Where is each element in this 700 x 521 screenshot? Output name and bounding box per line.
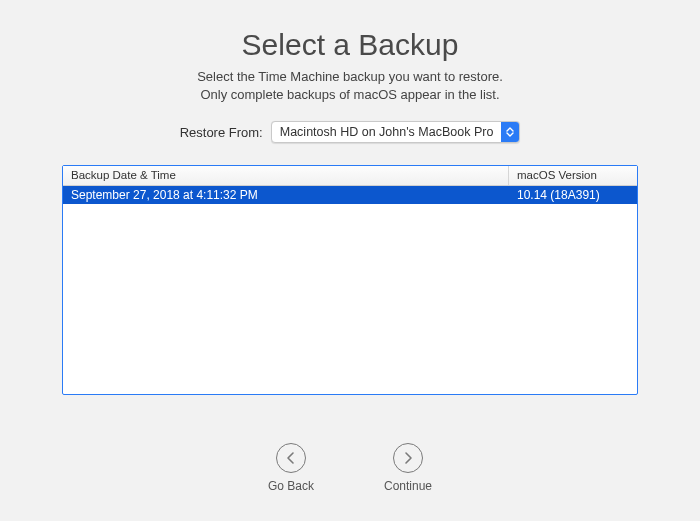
subtitle-line-2: Only complete backups of macOS appear in…	[197, 86, 503, 104]
list-body: September 27, 2018 at 4:11:32 PM 10.14 (…	[63, 186, 637, 394]
restore-from-row: Restore From: Macintosh HD on John's Mac…	[180, 121, 521, 143]
subtitle-line-1: Select the Time Machine backup you want …	[197, 68, 503, 86]
arrow-left-icon	[276, 443, 306, 473]
restore-from-value: Macintosh HD on John's MacBook Pro	[272, 125, 502, 139]
column-header-version[interactable]: macOS Version	[509, 166, 637, 185]
table-row[interactable]: September 27, 2018 at 4:11:32 PM 10.14 (…	[63, 186, 637, 204]
go-back-label: Go Back	[268, 479, 314, 493]
continue-label: Continue	[384, 479, 432, 493]
go-back-button[interactable]: Go Back	[268, 443, 314, 493]
list-header: Backup Date & Time macOS Version	[63, 166, 637, 186]
column-header-date[interactable]: Backup Date & Time	[63, 166, 509, 185]
footer-buttons: Go Back Continue	[268, 443, 432, 493]
stepper-arrows-icon	[501, 121, 519, 143]
backup-list: Backup Date & Time macOS Version Septemb…	[62, 165, 638, 395]
restore-from-label: Restore From:	[180, 125, 263, 140]
page-title: Select a Backup	[242, 28, 459, 62]
cell-date: September 27, 2018 at 4:11:32 PM	[63, 188, 509, 202]
restore-from-select[interactable]: Macintosh HD on John's MacBook Pro	[271, 121, 521, 143]
arrow-right-icon	[393, 443, 423, 473]
cell-version: 10.14 (18A391)	[509, 188, 637, 202]
continue-button[interactable]: Continue	[384, 443, 432, 493]
page-subtitle: Select the Time Machine backup you want …	[197, 68, 503, 103]
